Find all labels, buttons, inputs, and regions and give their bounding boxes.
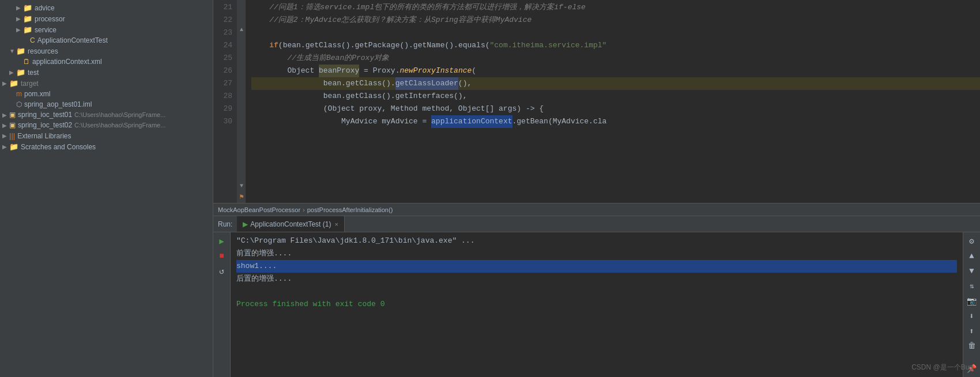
run-scroll-down-button[interactable]: ▼ (966, 265, 978, 277)
code-24-b: (bean.getClass().getPackage().getName().… (278, 39, 490, 52)
code-line-24: if(bean.getClass().getPackage().getName(… (251, 39, 980, 52)
comment-21: //问题1：筛选service.impl包下的所有的类的所有方法都可以进行增强，… (251, 1, 586, 14)
code-line-26: Object beanProxy = Proxy.newProxyInstanc… (251, 65, 980, 77)
ln-30: 30 (213, 115, 232, 128)
output-line-4: 后置的增强.... (236, 273, 957, 285)
tree-item-processor[interactable]: ▶ 📁 processor (0, 13, 213, 24)
code-editor: 21 22 23 24 25 26 27 28 29 30 ▲ (213, 0, 980, 216)
tree-item-scratches[interactable]: ▶ 📁 Scratches and Consoles (0, 141, 213, 152)
breadcrumb-sep: › (303, 206, 305, 213)
run-export-button[interactable]: ⬆ (966, 325, 978, 337)
output-line-2: 前置的增强.... (236, 247, 957, 260)
tree-label-target: target (21, 80, 39, 88)
ln-21: 21 (213, 1, 232, 14)
watermark: CSDN @是一个Bug (911, 363, 973, 372)
expand-arrow: ▼ (9, 48, 16, 54)
tree-item-ioc02[interactable]: ▶ ▣ spring_ioc_test02 C:\Users\haohao\Sp… (0, 120, 213, 130)
code-body[interactable]: //问题1：筛选service.impl包下的所有的类的所有方法都可以进行增强，… (246, 0, 980, 203)
collapse-arrow: ▶ (2, 122, 9, 129)
folder-icon-target: 📁 (9, 79, 18, 88)
tree-item-service[interactable]: ▶ 📁 service (0, 24, 213, 35)
run-tab-bar: Run: ▶ ApplicationContextTest (1) × (213, 216, 980, 232)
run-stop-button[interactable]: ■ (216, 250, 228, 262)
code-line-25: //生成当前Bean的Proxy对象 (251, 52, 980, 65)
code-line-22: //问题2：MyAdvice怎么获取到？解决方案：从Spring容器中获得MyA… (251, 14, 980, 27)
run-camera-button[interactable]: 📷 (966, 295, 978, 307)
tree-label-processor: processor (35, 15, 65, 23)
scroll-indicators: ▲ ▼ ⚑ (238, 0, 246, 203)
breadcrumb-bar: MockAopBeanPostProcessor › postProcessAf… (213, 203, 980, 216)
tree-label-resources: resources (28, 47, 58, 55)
ln-28: 28 (213, 90, 232, 103)
folder-icon-scratches: 📁 (9, 142, 18, 151)
collapse-arrow: ▶ (9, 69, 16, 76)
folder-icon-resources: 📁 (16, 47, 25, 55)
scroll-down-indicator[interactable]: ▼ (239, 182, 244, 190)
tree-item-target[interactable]: ▶ 📁 target (0, 78, 213, 89)
run-trash-button[interactable]: 🗑 (966, 340, 978, 352)
ln-24: 24 (213, 39, 232, 52)
run-play-button[interactable]: ▶ (216, 235, 228, 247)
comment-25: //生成当前Bean的Proxy对象 (251, 52, 389, 65)
tree-item-ext-libs[interactable]: ▶ ||| External Libraries (0, 130, 213, 141)
comment-22: //问题2：MyAdvice怎么获取到？解决方案：从Spring容器中获得MyA… (251, 14, 532, 27)
run-import-button[interactable]: ⬇ (966, 310, 978, 322)
output-line-6: Process finished with exit code 0 (236, 298, 957, 311)
collapse-arrow: ▶ (2, 80, 9, 86)
code-24-if: if (269, 39, 278, 52)
tree-item-test[interactable]: ▶ 📁 test (0, 67, 213, 78)
tree-label-scratches: Scratches and Consoles (21, 143, 96, 151)
tree-item-advice[interactable]: ▶ 📁 advice (0, 2, 213, 13)
ln-29: 29 (213, 103, 232, 115)
module-icon-01: ▣ (9, 111, 16, 119)
xml-icon: 🗒 (23, 58, 30, 66)
lib-icon: ||| (9, 131, 15, 140)
ln-22: 22 (213, 14, 232, 27)
tree-item-app-ctx-test[interactable]: C ApplicationContextTest (0, 35, 213, 46)
code-26-a: Object (251, 65, 319, 77)
code-27-b: (), (458, 77, 472, 90)
module-icon-02: ▣ (9, 121, 16, 129)
tree-item-appctx-xml[interactable]: 🗒 applicationContext.xml (0, 56, 213, 67)
output-line-3: show1.... (236, 260, 957, 273)
code-24-a (251, 39, 269, 52)
collapse-arrow: ▶ (16, 5, 23, 11)
run-tab-close[interactable]: × (334, 221, 338, 228)
collapse-arrow: ▶ (16, 27, 23, 33)
run-tab-active[interactable]: ▶ ApplicationContextTest (1) × (237, 216, 345, 232)
code-lines: 21 22 23 24 25 26 27 28 29 30 ▲ (213, 0, 980, 203)
breadcrumb-class[interactable]: MockAopBeanPostProcessor (218, 206, 300, 213)
run-label: Run: (213, 220, 237, 228)
file-tree-sidebar: ▶ 📁 advice ▶ 📁 processor ▶ 📁 service C A… (0, 0, 213, 377)
code-27-a: bean.getClass(). (251, 77, 395, 90)
run-rerun-button[interactable]: ↺ (216, 265, 228, 277)
run-settings-button[interactable]: ⚙ (966, 235, 978, 247)
code-24-str: "com.itheima.service.impl" (490, 39, 607, 52)
tree-label-app-ctx: ApplicationContextTest (37, 36, 108, 44)
code-line-28: bean.getClass().getInterfaces(), (251, 90, 980, 103)
tree-label-iml: spring_aop_test01.iml (24, 100, 92, 108)
tree-item-resources[interactable]: ▼ 📁 resources (0, 46, 213, 56)
tree-label-advice: advice (35, 4, 55, 12)
code-line-30: MyAdvice myAdvice = applicationContext.g… (251, 115, 980, 128)
tree-item-pom[interactable]: m pom.xml (0, 89, 213, 99)
run-panel-content: ▶ ■ ↺ "C:\Program Files\Java\jdk1.8.0_17… (213, 232, 980, 377)
code-line-27: bean.getClass().getClassLoader(), (251, 77, 980, 90)
output-line-1: "C:\Program Files\Java\jdk1.8.0_171\bin\… (236, 235, 957, 247)
scroll-up-indicator[interactable]: ▲ (239, 25, 244, 34)
tree-item-iml[interactable]: ⬡ spring_aop_test01.iml (0, 99, 213, 110)
pom-icon: m (16, 90, 22, 98)
collapse-arrow: ▶ (2, 133, 9, 139)
tree-label-ioc01: spring_ioc_test01 (18, 111, 72, 119)
run-sort-button[interactable]: ⇅ (966, 280, 978, 292)
main-container: ▶ 📁 advice ▶ 📁 processor ▶ 📁 service C A… (0, 0, 980, 377)
run-scroll-up-button[interactable]: ▲ (966, 250, 978, 262)
breadcrumb-method[interactable]: postProcessAfterInitialization() (307, 206, 393, 213)
code-30-b: .getBean(MyAdvice.cla (512, 115, 607, 128)
tree-item-ioc01[interactable]: ▶ ▣ spring_ioc_test01 C:\Users\haohao\Sp… (0, 110, 213, 120)
folder-icon-test: 📁 (16, 68, 25, 77)
folder-icon: 📁 (23, 14, 32, 23)
run-output: "C:\Program Files\Java\jdk1.8.0_171\bin\… (231, 232, 963, 377)
editor-and-run-container: 21 22 23 24 25 26 27 28 29 30 ▲ (213, 0, 980, 377)
line-numbers: 21 22 23 24 25 26 27 28 29 30 (213, 0, 238, 203)
